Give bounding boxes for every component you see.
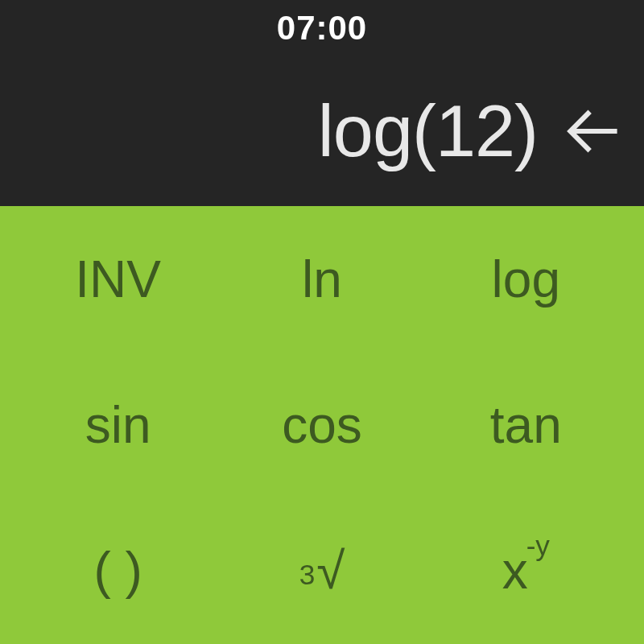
key-label: ln [302, 250, 342, 309]
key-label: 3√ [299, 541, 345, 601]
key-cos[interactable]: cos [220, 352, 423, 497]
key-log[interactable]: log [424, 206, 628, 352]
key-inv[interactable]: INV [16, 206, 220, 352]
expression-text: log(12) [318, 90, 538, 173]
key-label: log [492, 250, 560, 309]
key-parentheses[interactable]: ( ) [16, 498, 220, 644]
key-ln[interactable]: ln [220, 206, 423, 352]
key-label: ( ) [93, 541, 142, 601]
key-label: x-y [502, 541, 550, 601]
key-x-pow-neg-y[interactable]: x-y [424, 498, 628, 644]
backspace-button[interactable] [560, 99, 625, 163]
arrow-left-icon [566, 105, 619, 158]
key-cube-root[interactable]: 3√ [220, 498, 423, 644]
calculator-display: log(12) [0, 56, 644, 206]
scientific-keypad: INV ln log sin cos tan ( ) 3√ x-y [0, 206, 644, 644]
key-sin[interactable]: sin [16, 352, 220, 497]
key-label: INV [75, 250, 161, 309]
key-tan[interactable]: tan [424, 352, 628, 497]
key-label: cos [282, 395, 362, 455]
key-label: tan [490, 395, 562, 455]
status-time: 07:00 [277, 9, 367, 47]
status-bar: 07:00 [0, 0, 644, 56]
key-label: sin [85, 395, 151, 455]
